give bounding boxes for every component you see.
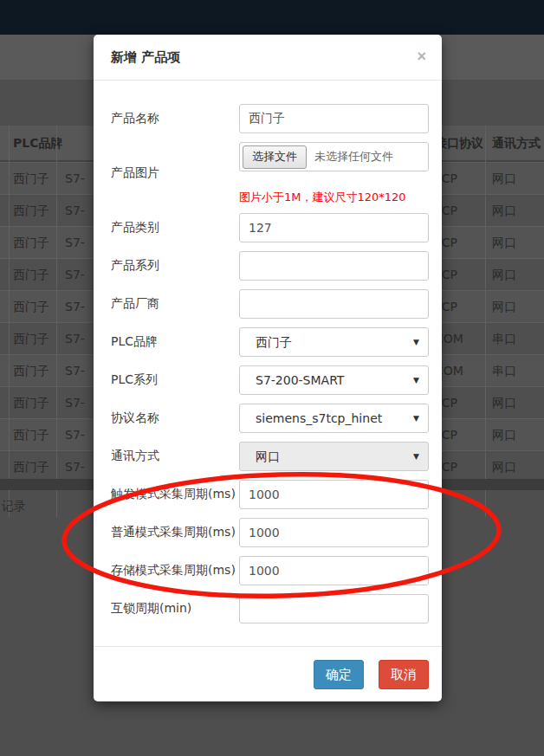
records-count-label: 记录 xyxy=(2,499,26,514)
text-input[interactable] xyxy=(239,480,429,509)
form-row: PLC品牌 西门子 ▼ xyxy=(111,327,429,357)
cell-comm-mode: 网口 xyxy=(492,227,516,259)
cell-plc-brand: 西门子 xyxy=(13,355,49,387)
app-root: PLC品牌 接口协议 通讯方式 西门子 S7- TCP 网口 西门子 S7- T… xyxy=(0,0,544,756)
cell-plc-series: S7- xyxy=(65,163,85,195)
modal-header: 新增 产品项 × xyxy=(94,35,442,81)
column-header-comm-mode: 通讯方式 xyxy=(492,126,541,160)
form-row: 产品名称 xyxy=(111,104,429,133)
cell-plc-brand: 西门子 xyxy=(13,291,49,323)
table-column-divider xyxy=(485,126,486,517)
form-row: 产品类别 xyxy=(111,213,429,242)
text-input[interactable] xyxy=(239,556,429,585)
modal-footer: 确定 取消 xyxy=(94,646,442,689)
chevron-down-icon: ▼ xyxy=(413,328,419,356)
cell-plc-series: S7- xyxy=(65,419,85,451)
cell-plc-brand: 西门子 xyxy=(13,323,49,355)
form-row: PLC系列 S7-200-SMART ▼ xyxy=(111,365,429,395)
modal-title: 新增 产品项 xyxy=(111,49,180,65)
table-border-left xyxy=(9,126,10,517)
text-input[interactable] xyxy=(239,251,429,281)
cell-plc-series: S7- xyxy=(65,291,85,323)
cell-plc-brand: 西门子 xyxy=(13,387,49,419)
select-value: siemens_s7tcp_hinet xyxy=(256,411,382,425)
field-label: 产品名称 xyxy=(111,111,239,126)
field-label: 触发模式采集周期(ms) xyxy=(111,487,239,502)
form-row: 互锁周期(min) xyxy=(111,594,429,624)
text-input[interactable] xyxy=(239,104,429,133)
cell-comm-mode: 网口 xyxy=(492,163,516,195)
form-row: 通讯方式 网口 ▼ xyxy=(111,442,429,471)
form-row: 产品图片 选择文件 未选择任何文件 图片小于1M，建议尺寸120*120 xyxy=(111,142,429,204)
cell-comm-mode: 串口 xyxy=(492,355,516,387)
field-label: 产品类别 xyxy=(111,220,239,236)
cell-comm-mode: 串口 xyxy=(492,323,516,355)
modal-body: 产品名称 产品图片 选择文件 未选择任何文件 图片小于1M，建议尺寸120*12… xyxy=(94,81,442,646)
form-row: 触发模式采集周期(ms) xyxy=(111,480,429,509)
cell-plc-brand: 西门子 xyxy=(13,227,49,259)
field-label: 存储模式采集周期(ms) xyxy=(111,563,239,578)
select-dropdown[interactable]: 西门子 ▼ xyxy=(239,327,429,357)
select-dropdown[interactable]: S7-200-SMART ▼ xyxy=(239,365,429,395)
select-value: 西门子 xyxy=(256,335,292,349)
cell-comm-mode: 网口 xyxy=(492,259,516,291)
field-label: PLC品牌 xyxy=(111,334,239,350)
cell-comm-mode: 网口 xyxy=(492,387,516,419)
add-product-modal: 新增 产品项 × 产品名称 产品图片 选择文件 未选择任何文件 图片小于1M，建… xyxy=(94,35,442,701)
field-label: 通讯方式 xyxy=(111,449,239,464)
field-label: 产品图片 xyxy=(111,165,239,181)
select-value: 网口 xyxy=(256,449,280,463)
field-label: 产品厂商 xyxy=(111,296,239,312)
form-row: 产品厂商 xyxy=(111,289,429,319)
top-navbar xyxy=(0,0,544,35)
cell-comm-mode: 网口 xyxy=(492,291,516,323)
cell-plc-brand: 西门子 xyxy=(13,259,49,291)
close-icon[interactable]: × xyxy=(415,47,428,66)
form-row: 存储模式采集周期(ms) xyxy=(111,556,429,585)
form-row: 普通模式采集周期(ms) xyxy=(111,518,429,547)
chevron-down-icon: ▼ xyxy=(413,404,419,432)
choose-file-button[interactable]: 选择文件 xyxy=(243,145,307,169)
chevron-down-icon: ▼ xyxy=(413,366,419,394)
form-row: 协议名称 siemens_s7tcp_hinet ▼ xyxy=(111,404,429,433)
cell-plc-brand: 西门子 xyxy=(13,195,49,227)
cell-plc-series: S7- xyxy=(65,227,85,259)
text-input[interactable] xyxy=(239,289,429,319)
image-size-hint: 图片小于1M，建议尺寸120*120 xyxy=(239,191,429,204)
cell-plc-series: S7- xyxy=(65,387,85,419)
table-column-divider xyxy=(56,126,57,517)
select-value: S7-200-SMART xyxy=(256,373,344,387)
cell-plc-brand: 西门子 xyxy=(13,163,49,195)
field-label: 产品系列 xyxy=(111,258,239,274)
text-input[interactable] xyxy=(239,213,429,242)
select-dropdown[interactable]: 网口 ▼ xyxy=(239,442,429,471)
cell-comm-mode: 网口 xyxy=(492,195,516,227)
field-label: 普通模式采集周期(ms) xyxy=(111,525,239,540)
column-header-interface-protocol: 接口协议 xyxy=(435,126,483,160)
cell-plc-brand: 西门子 xyxy=(13,419,49,451)
text-input[interactable] xyxy=(239,594,429,624)
cell-comm-mode: 网口 xyxy=(492,419,516,451)
text-input[interactable] xyxy=(239,518,429,547)
cell-plc-series: S7- xyxy=(65,195,85,227)
cell-plc-series: S7- xyxy=(65,323,85,355)
column-header-plc-brand: PLC品牌 xyxy=(13,126,62,160)
field-label: 协议名称 xyxy=(111,410,239,426)
chevron-down-icon: ▼ xyxy=(413,443,419,470)
field-label: 互锁周期(min) xyxy=(111,601,239,617)
field-label: PLC系列 xyxy=(111,372,239,388)
form-row: 产品系列 xyxy=(111,251,429,281)
file-status-text: 未选择任何文件 xyxy=(314,149,393,165)
cell-plc-series: S7- xyxy=(65,259,85,291)
cell-plc-series: S7- xyxy=(65,355,85,387)
confirm-button[interactable]: 确定 xyxy=(314,660,364,689)
file-input[interactable]: 选择文件 未选择任何文件 xyxy=(239,142,429,171)
select-dropdown[interactable]: siemens_s7tcp_hinet ▼ xyxy=(239,404,429,433)
cancel-button[interactable]: 取消 xyxy=(379,660,429,689)
